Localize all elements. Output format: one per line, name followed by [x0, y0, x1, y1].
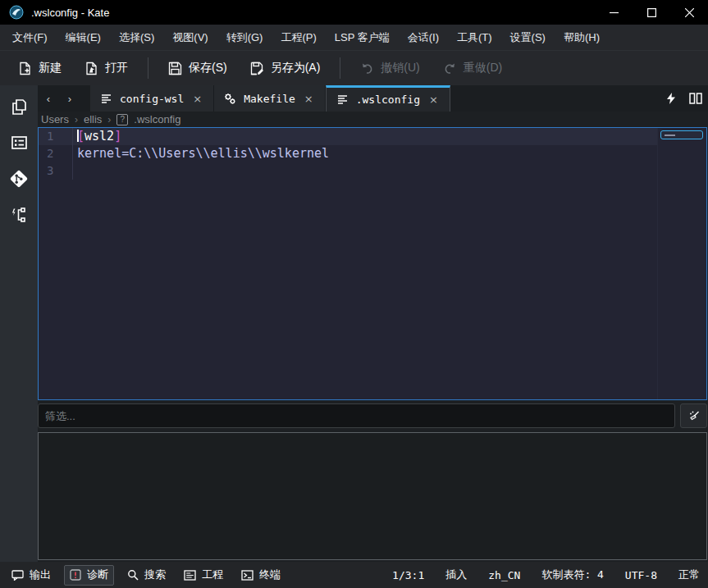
code-line-3[interactable]: 3 — [39, 162, 706, 180]
toolview-buttons: 输出 诊断 搜索 工程 — [7, 565, 285, 586]
breadcrumb-segment-ellis[interactable]: ellis — [84, 113, 102, 125]
redo-button[interactable]: 重做(D) — [433, 54, 512, 82]
unknown-file-type-icon: ? — [116, 114, 128, 125]
minimap-view-thumb[interactable] — [660, 130, 703, 139]
breadcrumb-separator: › — [75, 114, 78, 125]
statusbar: 输出 诊断 搜索 工程 — [0, 562, 708, 588]
save-as-button[interactable]: 另存为(A) — [240, 54, 331, 82]
menu-item-project[interactable]: 工程(P) — [272, 25, 325, 50]
menu-item-session[interactable]: 会话(I) — [399, 25, 448, 50]
tab-close-icon[interactable]: × — [191, 92, 203, 106]
diagnostics-filter-row — [38, 403, 707, 428]
titlebar: .wslconfig - Kate — [0, 0, 708, 25]
undo-label: 撤销(U) — [381, 61, 419, 75]
redo-icon — [443, 62, 457, 75]
filter-input[interactable] — [38, 403, 675, 428]
code-line-1[interactable]: 1 [wsl2] — [39, 128, 706, 145]
tab-scroll-right-button[interactable]: › — [59, 85, 80, 112]
tab-label: config-wsl — [120, 93, 184, 105]
menu-item-tools[interactable]: 工具(T) — [448, 25, 501, 50]
insert-mode-status[interactable]: 插入 — [445, 567, 467, 582]
open-document-icon — [85, 62, 98, 75]
output-bubble-icon — [11, 570, 24, 581]
tab-label: Makefile — [244, 93, 295, 105]
terminal-toolview-button[interactable]: 终端 — [236, 565, 285, 586]
save-button[interactable]: 保存(S) — [158, 54, 237, 82]
code-text — [73, 162, 77, 180]
tab-close-icon[interactable]: × — [427, 93, 440, 107]
save-label: 保存(S) — [189, 61, 227, 75]
menu-item-view[interactable]: 视图(V) — [163, 25, 217, 50]
menu-item-goto[interactable]: 转到(G) — [217, 25, 272, 50]
maximize-button[interactable] — [633, 0, 670, 25]
diagnostics-panel[interactable] — [38, 432, 707, 560]
tab-close-icon[interactable]: × — [303, 92, 315, 106]
sidebar-project-button[interactable] — [2, 126, 36, 159]
tab-scroll-left-button[interactable]: ‹ — [38, 85, 59, 112]
line-number: 2 — [39, 145, 73, 162]
menu-item-settings[interactable]: 设置(S) — [501, 25, 555, 50]
search-toolview-button[interactable]: 搜索 — [122, 565, 171, 586]
documents-icon — [9, 97, 30, 117]
tab-label: .wslconfig — [356, 93, 420, 106]
search-icon — [127, 569, 139, 581]
tab-config-wsl[interactable]: config-wsl × — [90, 85, 214, 112]
cursor-position-status[interactable]: 1/3:1 — [392, 569, 424, 581]
line-number: 1 — [39, 128, 73, 145]
undo-button[interactable]: 撤销(U) — [350, 54, 429, 82]
open-file-button[interactable]: 打开 — [75, 54, 138, 82]
project-label: 工程 — [202, 567, 223, 582]
new-file-label: 新建 — [39, 61, 62, 75]
code-text: kernel=C:\\Users\\ellis\\wslkernel — [73, 145, 329, 162]
tab-width-status[interactable]: 软制表符: 4 — [541, 567, 603, 582]
sidebar-commits-button[interactable] — [2, 198, 36, 231]
quick-open-button[interactable] — [659, 85, 683, 112]
diagnostics-toolview-button[interactable]: 诊断 — [64, 565, 114, 586]
breadcrumb-file-name[interactable]: .wslconfig — [134, 113, 180, 125]
code-line-2[interactable]: 2 kernel=C:\\Users\\ellis\\wslkernel — [39, 145, 706, 162]
diagnostics-warning-icon — [70, 569, 81, 581]
tab-wslconfig-active[interactable]: .wslconfig × — [326, 85, 450, 112]
diagnostics-label: 诊断 — [87, 567, 108, 582]
encoding-status[interactable]: UTF-8 — [625, 569, 657, 581]
sidebar-documents-button[interactable] — [2, 90, 36, 123]
project-toolview-button[interactable]: 工程 — [179, 565, 228, 586]
kate-app-icon — [9, 5, 24, 20]
content-column: ‹ › config-wsl × Make — [38, 85, 708, 562]
menu-item-lsp-client[interactable]: LSP 客户端 — [326, 25, 399, 50]
split-view-button[interactable] — [683, 85, 708, 112]
editor[interactable]: 1 [wsl2] 2 kernel=C:\\Users\\ellis\\wslk… — [38, 127, 707, 400]
main-area: ‹ › config-wsl × Make — [0, 85, 708, 562]
undo-icon — [360, 62, 374, 75]
open-file-label: 打开 — [105, 61, 128, 75]
gears-icon — [224, 93, 236, 105]
tab-makefile[interactable]: Makefile × — [214, 85, 326, 112]
project-icon — [184, 570, 196, 581]
menu-item-help[interactable]: 帮助(H) — [555, 25, 609, 50]
minimap-text-line — [665, 134, 675, 136]
menu-item-edit[interactable]: 编辑(E) — [57, 25, 110, 50]
menu-item-select[interactable]: 选择(S) — [110, 25, 163, 50]
redo-label: 重做(D) — [464, 61, 502, 75]
menu-item-file[interactable]: 文件(F) — [3, 25, 57, 50]
minimap-scrollbar[interactable] — [657, 128, 706, 399]
minimize-icon — [610, 8, 619, 17]
tab-list: config-wsl × Makefile × — [90, 85, 450, 112]
maximize-icon — [647, 8, 656, 17]
sidebar-git-button[interactable] — [2, 162, 36, 195]
new-document-icon — [18, 62, 32, 75]
save-as-icon — [250, 62, 264, 75]
clear-diagnostics-button[interactable] — [680, 403, 707, 428]
highlight-mode-status[interactable]: 正常 — [678, 567, 700, 582]
new-file-button[interactable]: 新建 — [8, 54, 71, 82]
tabbar-spacer — [450, 85, 659, 112]
terminal-label: 终端 — [259, 567, 281, 582]
breadcrumb-segment-users[interactable]: Users — [41, 113, 69, 125]
close-button[interactable] — [670, 0, 708, 25]
minimize-button[interactable] — [595, 0, 633, 25]
split-view-icon — [689, 93, 702, 104]
line-number: 3 — [39, 162, 73, 180]
git-icon — [8, 168, 30, 189]
output-toolview-button[interactable]: 输出 — [7, 565, 56, 586]
locale-status[interactable]: zh_CN — [488, 569, 520, 581]
